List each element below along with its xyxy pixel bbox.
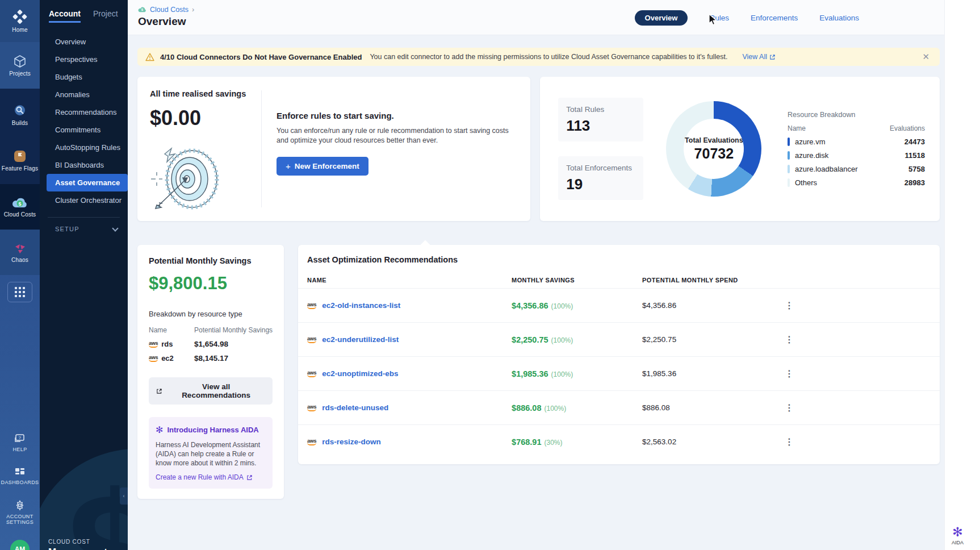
recommendation-link[interactable]: rds-resize-down: [322, 438, 381, 446]
sidebar-item-asset-governance[interactable]: Asset Governance: [47, 174, 128, 191]
sidebar-item-perspectives[interactable]: Perspectives: [40, 51, 128, 68]
banner-title: 4/10 Cloud Connectors Do Not Have Govern…: [160, 53, 362, 61]
chevron-down-icon: [112, 225, 118, 231]
table-row: awsrds-resize-down $768.91(30%) $2,563.0…: [298, 424, 940, 459]
recommendation-link[interactable]: ec2-old-instances-list: [322, 301, 400, 310]
view-all-link[interactable]: View All: [742, 53, 776, 61]
rail-dark-section: Builds Feature Flags: [0, 89, 40, 184]
svg-text:$: $: [18, 201, 21, 206]
main-area: $ Cloud Costs › Overview Overview Rules …: [128, 0, 944, 550]
donut-center: Total Evaluations 70732: [684, 119, 744, 179]
tab-rules[interactable]: Rules: [709, 14, 729, 22]
savings-summary: All time realised savings $0.00: [137, 77, 261, 221]
aws-icon: aws: [307, 336, 316, 343]
top-nav: Overview Rules Enforcements Evaluations: [635, 10, 859, 26]
right-gutter: ✻ AIDA: [944, 0, 980, 550]
rail-label: Cloud Costs: [4, 211, 36, 218]
potential-monthly-savings-card: Potential Monthly Savings $9,800.15 Brea…: [137, 245, 284, 499]
recommendation-link[interactable]: ec2-underutilized-list: [322, 335, 399, 344]
tab-evaluations[interactable]: Evaluations: [819, 14, 859, 22]
user-avatar[interactable]: AM: [10, 540, 30, 550]
breadcrumb-cloud-costs[interactable]: Cloud Costs: [150, 6, 189, 14]
rail-item-builds[interactable]: Builds: [0, 89, 40, 136]
aida-assistant-button[interactable]: ✻ AIDA: [952, 526, 964, 545]
row-menu-kebab-icon[interactable]: ⋮: [784, 334, 794, 345]
module-grid-button[interactable]: [7, 282, 32, 302]
module-rail: Home Projects Builds Feature Flags $ Clo…: [0, 0, 40, 550]
savings-label: All time realised savings: [150, 89, 261, 98]
sidebar-item-budgets[interactable]: Budgets: [40, 68, 128, 86]
rail-item-cloud-costs[interactable]: $ Cloud Costs: [0, 184, 40, 230]
page-content: 4/10 Cloud Connectors Do Not Have Govern…: [128, 35, 944, 499]
setup-section-toggle[interactable]: SETUP: [40, 218, 128, 232]
row-menu-kebab-icon[interactable]: ⋮: [784, 402, 794, 413]
rail-item-chaos[interactable]: Chaos: [0, 230, 40, 275]
sidebar-item-cluster-orchestrator[interactable]: Cluster Orchestrator: [40, 191, 128, 209]
sidebar-item-autostopping-rules[interactable]: AutoStopping Rules: [40, 139, 128, 156]
row-menu-kebab-icon[interactable]: ⋮: [784, 436, 794, 447]
aida-promo-card: ✻ Introducing Harness AIDA Harness AI De…: [149, 417, 273, 489]
recommendation-link[interactable]: ec2-unoptimized-ebs: [322, 369, 398, 378]
help-label: HELP: [12, 447, 27, 452]
cta-description: You can enforce/run any rule or rule rec…: [277, 126, 513, 145]
governance-warning-banner: 4/10 Cloud Connectors Do Not Have Govern…: [137, 48, 940, 66]
rail-item-projects[interactable]: Projects: [0, 42, 40, 89]
row-menu-kebab-icon[interactable]: ⋮: [784, 300, 794, 311]
table-row: awsrds-delete-unused $886.08(100%) $886.…: [298, 390, 940, 424]
sidebar-menu: Overview Perspectives Budgets Anomalies …: [40, 33, 128, 209]
evaluations-stats-card: Total Rules 113 Total Enforcements 19 To…: [540, 77, 940, 221]
donut-center-label: Total Evaluations: [685, 136, 743, 144]
sidebar-item-anomalies[interactable]: Anomalies: [40, 86, 128, 103]
pms-title: Potential Monthly Savings: [149, 256, 273, 265]
legend-swatch: [788, 178, 790, 187]
sidebar-item-commitments[interactable]: Commitments: [40, 121, 128, 139]
total-rules-stat: Total Rules 113: [558, 98, 643, 141]
savings-value: $0.00: [150, 106, 261, 130]
external-link-icon: [246, 474, 253, 481]
tab-enforcements[interactable]: Enforcements: [751, 14, 798, 22]
col-monthly-savings: MONTHLY SAVINGS: [512, 277, 642, 284]
sidebar-item-overview[interactable]: Overview: [40, 33, 128, 51]
new-enforcement-button[interactable]: + New Enforcement: [277, 157, 368, 176]
pms-row: awsrds $1,654.98: [149, 340, 273, 348]
tab-account[interactable]: Account: [49, 9, 81, 23]
pms-row: awsec2 $8,145.17: [149, 354, 273, 363]
enforce-cta: Enforce rules to start saving. You can e…: [262, 77, 530, 221]
aida-flower-icon: ✻: [952, 526, 962, 539]
tab-project[interactable]: Project: [93, 9, 118, 23]
legend-row: azure.loadbalancer 5758: [788, 165, 925, 173]
legend-col-name: Name: [788, 124, 806, 132]
tab-overview[interactable]: Overview: [635, 10, 688, 26]
pms-breakdown-table: Name Potential Monthly Savings awsrds $1…: [149, 326, 273, 363]
help-button[interactable]: ? HELP: [12, 434, 27, 452]
view-all-recommendations-button[interactable]: View all Recommendations: [149, 377, 273, 405]
sidebar-item-recommendations[interactable]: Recommendations: [40, 103, 128, 121]
close-icon[interactable]: ✕: [920, 52, 932, 62]
aws-icon: aws: [149, 341, 158, 348]
cube-icon: [13, 55, 27, 68]
legend-col-evaluations: Evaluations: [890, 124, 925, 132]
legend-row: Others 28983: [788, 178, 925, 187]
rail-item-feature-flags[interactable]: Feature Flags: [0, 136, 40, 184]
total-rules-label: Total Rules: [566, 105, 635, 114]
donut-center-value: 70732: [694, 145, 734, 162]
aws-icon: aws: [149, 355, 158, 362]
sidebar-collapse-handle[interactable]: ‹: [120, 488, 128, 505]
asset-optimization-card: Asset Optimization Recommendations NAME …: [298, 245, 940, 464]
account-settings-label: ACCOUNT SETTINGS: [4, 514, 36, 525]
pms-col-name: Name: [149, 326, 194, 334]
row-menu-kebab-icon[interactable]: ⋮: [784, 368, 794, 379]
aida-fab-label: AIDA: [952, 540, 964, 545]
total-rules-value: 113: [566, 117, 635, 135]
create-rule-with-aida-link[interactable]: Create a new Rule with AIDA: [156, 473, 253, 481]
table-row: awsec2-underutilized-list $2,250.75(100%…: [298, 322, 940, 356]
realised-savings-card: All time realised savings $0.00: [137, 77, 530, 221]
account-settings-button[interactable]: ACCOUNT SETTINGS: [4, 500, 36, 525]
recommendation-link[interactable]: rds-delete-unused: [322, 403, 388, 412]
dollar-watermark: [40, 449, 128, 550]
dashboards-button[interactable]: DASHBOARDS: [1, 467, 39, 485]
feature-flags-icon: [13, 149, 27, 163]
rail-item-home[interactable]: Home: [0, 0, 40, 42]
sidebar-item-bi-dashboards[interactable]: BI Dashboards: [40, 156, 128, 174]
cloud-dollar-icon: $: [12, 197, 28, 209]
